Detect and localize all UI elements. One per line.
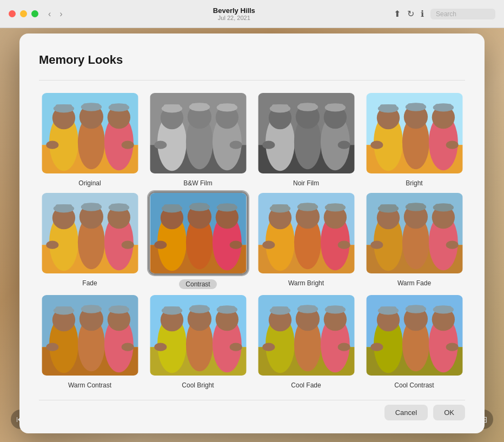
traffic-lights <box>9 10 38 17</box>
look-label-cool-fade: Cool Fade <box>291 381 321 389</box>
ok-button[interactable]: OK <box>433 405 465 420</box>
svg-point-111 <box>337 240 350 249</box>
svg-rect-117 <box>380 204 396 211</box>
look-item-cool-contrast[interactable]: Cool Contrast <box>363 293 465 389</box>
look-label-warm-contrast: Warm Contrast <box>68 381 111 389</box>
svg-rect-105 <box>299 203 316 210</box>
look-item-noir-film[interactable]: Noir Film <box>255 91 357 187</box>
window-subtitle: Jul 22, 2021 <box>75 15 394 21</box>
window-title: Beverly Hills <box>75 6 394 15</box>
svg-rect-137 <box>83 305 100 312</box>
svg-rect-121 <box>407 203 424 210</box>
look-thumb-cool-bright[interactable] <box>148 293 248 377</box>
look-item-warm-bright[interactable]: Warm Bright <box>255 191 357 289</box>
svg-rect-73 <box>83 203 100 210</box>
look-thumb-bw-film[interactable] <box>148 91 248 175</box>
look-thumb-warm-bright[interactable] <box>256 191 356 275</box>
rotate-icon[interactable]: ↻ <box>407 9 414 19</box>
cancel-button[interactable]: Cancel <box>384 405 428 420</box>
svg-rect-173 <box>327 306 343 312</box>
search-input[interactable]: Search <box>430 9 495 19</box>
look-label-badge-contrast: Contrast <box>179 279 216 289</box>
look-thumb-cool-fade[interactable] <box>256 293 356 377</box>
svg-rect-53 <box>380 104 396 111</box>
svg-point-95 <box>229 240 242 249</box>
look-item-warm-contrast[interactable]: Warm Contrast <box>39 293 141 389</box>
svg-rect-89 <box>191 203 208 210</box>
svg-point-174 <box>262 343 275 351</box>
svg-point-143 <box>121 343 134 351</box>
look-thumb-warm-contrast[interactable] <box>40 293 140 377</box>
look-label-cool-contrast: Cool Contrast <box>394 381 434 389</box>
look-thumb-original[interactable] <box>40 91 140 175</box>
svg-rect-61 <box>435 104 452 110</box>
svg-rect-21 <box>163 104 180 111</box>
svg-rect-181 <box>380 306 396 313</box>
svg-point-142 <box>46 343 58 351</box>
svg-rect-109 <box>327 204 343 210</box>
look-thumb-contrast[interactable] <box>148 191 248 275</box>
back-arrow[interactable]: ‹ <box>45 8 54 20</box>
svg-rect-69 <box>55 204 72 211</box>
modal-footer: Cancel OK <box>39 400 465 420</box>
look-thumb-noir-film[interactable] <box>256 91 356 175</box>
svg-point-78 <box>46 240 58 249</box>
svg-point-190 <box>370 343 383 351</box>
look-item-warm-fade[interactable]: Warm Fade <box>363 191 465 289</box>
svg-rect-93 <box>218 204 235 210</box>
look-thumb-bright[interactable] <box>364 91 465 175</box>
fullscreen-button[interactable] <box>31 10 38 17</box>
look-label-bw-film: B&W Film <box>183 179 212 187</box>
svg-point-46 <box>262 140 275 149</box>
look-item-cool-fade[interactable]: Cool Fade <box>255 293 357 389</box>
svg-point-127 <box>446 240 458 249</box>
look-label-fade: Fade <box>82 279 97 287</box>
look-label-noir-film: Noir Film <box>293 179 319 187</box>
look-thumb-warm-fade[interactable] <box>364 191 465 275</box>
info-icon[interactable]: ℹ <box>421 9 424 19</box>
minimize-button[interactable] <box>20 10 27 17</box>
svg-point-79 <box>121 240 134 249</box>
nav-arrows: ‹ › <box>45 8 66 20</box>
svg-rect-25 <box>191 103 208 110</box>
close-button[interactable] <box>9 10 16 17</box>
look-item-fade[interactable]: Fade <box>39 191 141 289</box>
svg-rect-165 <box>271 306 288 313</box>
look-label-warm-fade: Warm Fade <box>397 279 431 287</box>
svg-rect-5 <box>55 104 72 111</box>
svg-point-191 <box>446 343 458 351</box>
look-item-cool-bright[interactable]: Cool Bright <box>147 293 249 389</box>
look-item-bright[interactable]: Bright <box>363 91 465 187</box>
svg-rect-41 <box>299 103 316 110</box>
svg-rect-189 <box>435 306 452 312</box>
svg-rect-29 <box>218 104 235 110</box>
forward-arrow[interactable]: › <box>56 8 65 20</box>
svg-point-62 <box>370 140 383 149</box>
look-label-original: Original <box>78 179 101 187</box>
svg-rect-149 <box>163 306 180 313</box>
svg-rect-157 <box>218 306 235 312</box>
look-label-bright: Bright <box>406 179 422 187</box>
svg-point-63 <box>446 140 458 149</box>
svg-rect-169 <box>299 305 316 312</box>
look-item-contrast[interactable]: Contrast <box>147 191 249 289</box>
svg-point-175 <box>337 343 350 351</box>
share-icon[interactable]: ⬆ <box>394 9 401 19</box>
search-placeholder: Search <box>436 10 456 18</box>
svg-rect-153 <box>191 305 208 312</box>
svg-rect-141 <box>110 306 127 312</box>
title-center: Beverly Hills Jul 22, 2021 <box>75 6 394 21</box>
look-thumb-fade[interactable] <box>40 191 140 275</box>
divider <box>39 80 465 81</box>
svg-rect-57 <box>407 103 424 110</box>
look-thumb-cool-contrast[interactable] <box>364 293 465 377</box>
svg-point-30 <box>154 140 167 149</box>
svg-point-15 <box>121 140 134 149</box>
svg-rect-37 <box>271 104 288 111</box>
look-item-bw-film[interactable]: B&W Film <box>147 91 249 187</box>
look-item-original[interactable]: Original <box>39 91 141 187</box>
look-label-warm-bright: Warm Bright <box>288 279 324 287</box>
svg-point-47 <box>337 140 350 149</box>
svg-point-31 <box>229 140 242 149</box>
svg-rect-9 <box>83 103 100 110</box>
